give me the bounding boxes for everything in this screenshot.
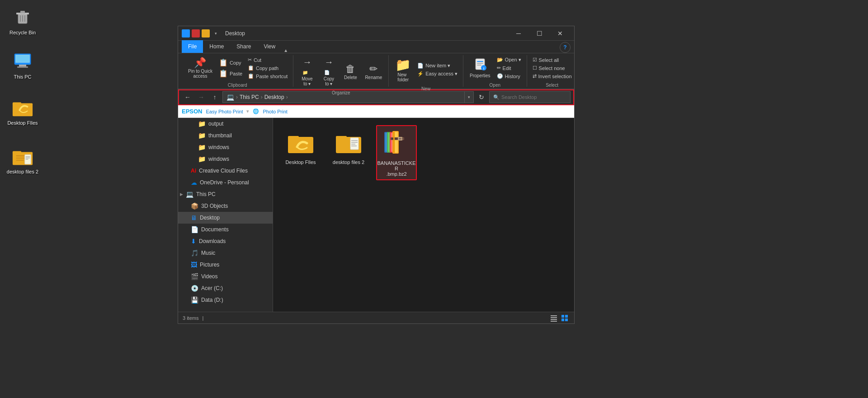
pin-quick-access-button[interactable]: 📌 Pin to Quickaccess [185,56,215,80]
edit-icon: ✏ [497,65,501,71]
items-count: 3 items [183,315,198,321]
up-button[interactable]: ↑ [209,91,221,103]
edit-button[interactable]: ✏ Edit [495,64,523,72]
minimize-button[interactable]: ─ [508,26,529,41]
sidebar-item-acer-c[interactable]: 💿 Acer (C:) [178,282,273,294]
sidebar-item-windows2[interactable]: 📁 windows [178,153,273,165]
properties-button[interactable]: i Properties [467,56,493,80]
sidebar-item-onedrive[interactable]: ☁ OneDrive - Personal [178,177,273,188]
invert-selection-button[interactable]: ⇄ Invert selection [531,72,574,80]
back-button[interactable]: ← [182,91,193,103]
copy-path-label: Copy path [256,66,278,71]
desktop-files-label: Desktop FIles [7,120,38,126]
epson-link2[interactable]: Photo Print [263,109,287,114]
search-input[interactable] [501,94,566,100]
tab-share[interactable]: Share [230,40,257,53]
easy-access-button[interactable]: ⚡ Easy access ▾ [415,70,459,78]
windows1-label: windows [208,144,229,150]
move-label: Moveto ▾ [302,76,312,86]
new-folder-button[interactable]: 📁 Newfolder [392,56,414,84]
history-button[interactable]: 🕐 History [495,72,523,80]
ribbon-toolbar: 📌 Pin to Quickaccess 📋 Copy 📋 Paste [178,53,574,89]
sidebar-item-documents[interactable]: 📄 Documents [178,224,273,235]
dropdown-arrow-quick[interactable]: ▾ [212,29,220,37]
pictures-icon: 🖼 [191,261,197,268]
file-item-desktop-files[interactable]: Desktop FIles [280,125,321,180]
paste-button[interactable]: 📋 Paste [217,68,244,79]
open-button[interactable]: 📂 Open ▾ [495,56,523,64]
rename-button[interactable]: ✏ Rename [362,63,385,81]
organize-label: Organize [332,89,350,95]
desktop-icon-desktop-files[interactable]: Desktop FIles [5,95,41,127]
close-button[interactable]: ✕ [550,26,571,41]
large-icons-view-button[interactable] [560,313,570,323]
easy-access-icon: ⚡ [417,71,424,77]
sidebar-item-creative-cloud[interactable]: Ai Creative Cloud Files [178,165,273,177]
status-bar: 3 items | [178,312,574,323]
sidebar-item-downloads[interactable]: ⬇ Downloads [178,235,273,247]
creative-cloud-icon: Ai [191,168,196,174]
refresh-button[interactable]: ↻ [476,91,487,103]
sidebar-item-3d-objects[interactable]: 📦 3D Objects [178,200,273,212]
address-dropdown-button[interactable]: ▾ [465,91,474,103]
desktop-icon-this-pc[interactable]: This PC [5,49,41,81]
organize-items: →📁 Moveto ▾ →📄 Copyto ▾ 🗑 Delete ✏ Renam… [297,55,385,89]
ribbon-collapse-icon[interactable]: ▲ [283,48,288,53]
open-col: 📂 Open ▾ ✏ Edit 🕐 History [495,56,523,80]
svg-rect-16 [13,151,21,154]
epson-dropdown[interactable]: ▾ [246,108,249,114]
svg-rect-12 [16,56,29,62]
sidebar-item-pictures[interactable]: 🖼 Pictures [178,259,273,271]
onedrive-label: OneDrive - Personal [200,179,249,186]
sidebar-item-videos[interactable]: 🎬 Videos [178,271,273,282]
copy-button[interactable]: 📋 Copy [217,57,244,68]
sidebar-item-thumbnail[interactable]: 📁 thumbnail [178,130,273,141]
desktop-files-2-label: desktop files 2 [7,169,38,174]
svg-rect-58 [561,318,564,321]
details-view-button[interactable] [549,313,559,323]
rename-icon: ✏ [369,64,377,74]
tab-file[interactable]: File [182,40,203,53]
this-pc-nav-label: This PC [196,191,216,197]
desktop-icon-desktop-files-2[interactable]: desktop files 2 [5,144,41,176]
sidebar-item-windows1[interactable]: 📁 windows [178,141,273,153]
data-d-label: Data (D:) [201,297,223,303]
file-item-desktop-files-2[interactable]: desktop files 2 [328,125,369,180]
sidebar-item-music[interactable]: 🎵 Music [178,247,273,259]
desktop-icon-recycle-bin[interactable]: Recycle Bin [5,5,41,37]
cut-button[interactable]: ✂ Cut [246,56,289,64]
open-group: i Properties 📂 Open ▾ ✏ Edit [463,55,527,87]
select-none-icon: ☐ [533,65,537,71]
svg-rect-31 [288,136,299,140]
sidebar-item-this-pc[interactable]: ▶ 💻 This PC [178,188,273,200]
sidebar-item-desktop[interactable]: 🖥 Desktop [178,212,273,224]
breadcrumb-thispc[interactable]: This PC [240,94,259,100]
new-item-button[interactable]: 📄 New item ▾ [415,62,459,70]
music-icon: 🎵 [191,249,198,257]
tab-view[interactable]: View [257,40,282,53]
select-none-label: Select none [539,66,565,71]
file-item-bananasticker[interactable]: BANANASTICKER.bmp.bz2 [376,125,417,180]
copy-to-button[interactable]: →📄 Copyto ▾ [319,56,339,88]
select-all-button[interactable]: ☑ Select all [531,56,574,64]
help-button[interactable]: ? [560,42,571,53]
svg-rect-22 [26,158,30,158]
search-icon: 🔍 [493,94,500,100]
copy-path-button[interactable]: 📋 Copy path [246,64,289,72]
svg-rect-23 [26,159,28,159]
sidebar-item-output[interactable]: 📁 output [178,118,273,130]
paste-shortcut-icon: 📋 [248,73,254,79]
tab-home[interactable]: Home [203,40,230,53]
epson-link1[interactable]: Easy Photo Print [206,109,243,114]
select-none-button[interactable]: ☐ Select none [531,64,574,72]
maximize-button[interactable]: ☐ [529,26,550,41]
move-to-button[interactable]: →📁 Moveto ▾ [297,56,317,88]
this-pc-label: This PC [14,74,31,80]
paste-shortcut-button[interactable]: 📋 Paste shortcut [246,72,289,80]
breadcrumb-desktop[interactable]: Desktop [264,94,284,100]
delete-button[interactable]: 🗑 Delete [340,63,360,81]
forward-button[interactable]: → [195,91,207,103]
data-d-icon: 💾 [191,296,198,304]
new-group: 📁 Newfolder 📄 New item ▾ ⚡ Easy access ▾ [389,55,463,87]
sidebar-item-data-d[interactable]: 💾 Data (D:) [178,294,273,306]
